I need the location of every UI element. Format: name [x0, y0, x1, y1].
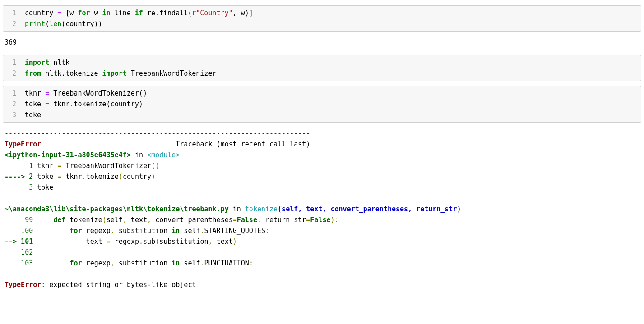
code-line[interactable]: from nltk.tokenize import TreebankWordTo…	[25, 68, 636, 79]
code-line[interactable]: country = [w for w in line if re.findall…	[25, 8, 636, 18]
code-line[interactable]: toke	[25, 110, 636, 120]
traceback-line: 102	[5, 247, 639, 258]
traceback-token: sub	[143, 237, 155, 246]
traceback-token: =	[233, 216, 237, 224]
line-gutter: 123	[3, 86, 20, 122]
code-token: =	[45, 89, 49, 97]
code-editor[interactable]: tknr = TreebankWordTokenizer()toke = tkn…	[20, 86, 641, 122]
traceback-token	[33, 227, 69, 235]
traceback-line: 100 for regexp, substitution in self.STA…	[5, 225, 639, 236]
code-token	[98, 69, 102, 78]
traceback-token: ,	[257, 216, 261, 224]
traceback-token: --> 101	[5, 237, 33, 246]
code-token: print	[25, 20, 45, 28]
traceback-token: regexp	[82, 259, 111, 267]
traceback-token: regexp	[111, 237, 139, 246]
traceback-token: self	[107, 216, 123, 224]
traceback-token: 100	[5, 227, 33, 235]
code-token: nltk.tokenize	[45, 69, 98, 78]
traceback-token: .	[82, 173, 86, 181]
traceback-token	[33, 248, 37, 256]
code-token	[41, 69, 45, 78]
code-token: import	[102, 69, 127, 78]
traceback-token: PUNCTUATION	[204, 259, 249, 267]
code-token: (	[45, 20, 49, 28]
traceback-token: text	[213, 237, 233, 246]
traceback-token: .	[200, 259, 204, 267]
traceback-line: 99 def tokenize(self, text, convert_pare…	[5, 214, 639, 225]
code-editor[interactable]: country = [w for w in line if re.findall…	[20, 6, 641, 31]
code-token: country	[25, 9, 57, 17]
traceback-token: TypeError	[5, 281, 41, 289]
traceback-token: self	[180, 259, 200, 267]
traceback-token: STARTING_QUOTES	[204, 227, 265, 235]
traceback-token: ----> 2	[5, 173, 33, 181]
code-token: nltk	[53, 59, 69, 67]
code-cell[interactable]: 12country = [w for w in line if re.finda…	[3, 5, 641, 32]
line-gutter: 12	[3, 55, 20, 81]
code-line[interactable]: import nltk	[25, 57, 636, 68]
code-token: w	[90, 9, 102, 17]
traceback-token: for	[70, 259, 82, 267]
code-token: tokenize(country)	[74, 100, 143, 108]
traceback-token	[33, 216, 53, 224]
traceback-token: :	[249, 259, 253, 267]
traceback-token: 103	[5, 259, 33, 267]
code-token: len	[49, 20, 61, 28]
traceback-token: False	[310, 216, 330, 224]
code-cell[interactable]: 123tknr = TreebankWordTokenizer()toke = …	[3, 86, 641, 123]
code-editor[interactable]: import nltkfrom nltk.tokenize import Tre…	[20, 55, 641, 81]
cell-output: 369	[3, 36, 641, 52]
traceback-token: self	[180, 227, 200, 235]
traceback-token: (self, text, convert_parentheses, return…	[278, 205, 461, 213]
traceback-line: 3 toke	[5, 182, 639, 193]
code-token: =	[57, 9, 61, 17]
code-token: (country))	[61, 20, 102, 28]
traceback-token: tokenize	[86, 173, 119, 181]
traceback-token: .	[200, 227, 204, 235]
traceback-token: .	[139, 237, 143, 246]
traceback-token: substitution	[115, 259, 171, 267]
code-token: .	[155, 9, 159, 17]
traceback-token: ,	[111, 259, 115, 267]
code-token: for	[78, 9, 90, 17]
code-token: line	[111, 9, 135, 17]
code-token: r"Country"	[192, 9, 232, 17]
code-cell[interactable]: 12import nltkfrom nltk.tokenize import T…	[3, 55, 641, 81]
traceback-token: def	[53, 216, 65, 224]
code-token: =	[45, 100, 49, 108]
traceback-token: toke	[33, 173, 57, 181]
traceback-token: convert_parentheses	[151, 216, 233, 224]
traceback-token: ,	[111, 227, 115, 235]
code-line[interactable]: print(len(country))	[25, 18, 636, 29]
traceback-token: text	[127, 216, 147, 224]
traceback-line: TypeError: expected string or bytes-like…	[5, 279, 639, 290]
line-number: 2	[9, 99, 16, 110]
line-number: 1	[9, 8, 16, 18]
code-token: [w	[61, 9, 78, 17]
traceback-token: tokenize	[245, 205, 278, 213]
traceback-token: tokenize	[65, 216, 102, 224]
traceback-token: 102	[5, 248, 33, 256]
code-token: in	[102, 9, 111, 17]
traceback-token: return_str	[261, 216, 306, 224]
code-token: if	[135, 9, 143, 17]
code-line[interactable]: toke = tknr.tokenize(country)	[25, 99, 636, 110]
traceback-line	[5, 269, 639, 279]
traceback-output: ----------------------------------------…	[3, 127, 641, 295]
traceback-token: tknr	[61, 173, 82, 181]
traceback-token: <ipython-input-31-a805e6435e4f>	[5, 151, 131, 159]
traceback-token: TreebankWordTokenizer	[61, 162, 151, 170]
traceback-token: =	[107, 237, 111, 246]
traceback-token: for	[70, 227, 82, 235]
code-token: import	[25, 59, 49, 67]
traceback-token: substitution	[159, 237, 208, 246]
code-token: , w)]	[233, 9, 253, 17]
code-line[interactable]: tknr = TreebankWordTokenizer()	[25, 88, 636, 99]
traceback-token: (	[102, 216, 107, 224]
traceback-token: : expected string or bytes-like object	[41, 281, 196, 289]
traceback-line: ----> 2 toke = tknr.tokenize(country)	[5, 171, 639, 182]
traceback-line: ----------------------------------------…	[5, 128, 639, 139]
traceback-token: (	[155, 237, 159, 246]
code-token: toke	[25, 100, 45, 108]
